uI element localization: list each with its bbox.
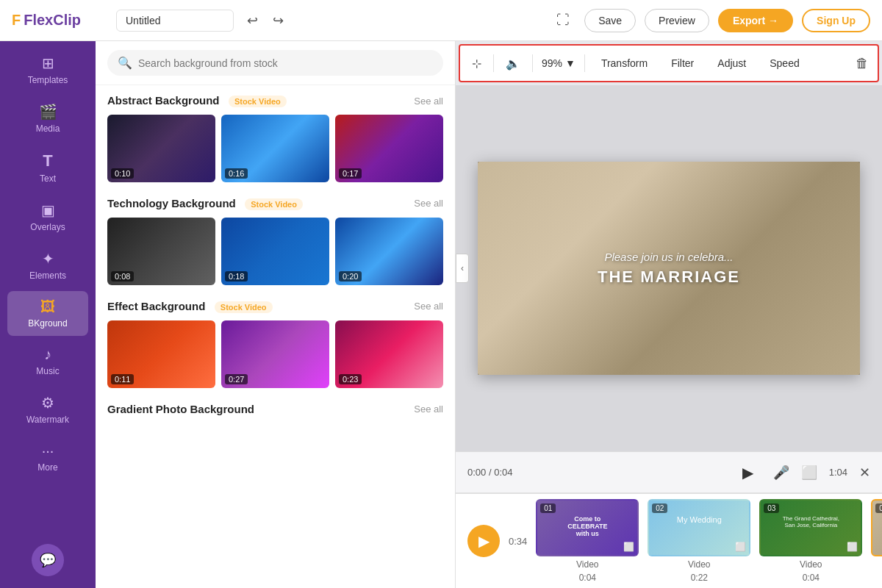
search-input[interactable] <box>138 57 433 69</box>
section-title: Gradient Photo Background <box>107 403 254 415</box>
section-header: Abstract Background Stock Video See all <box>107 94 443 107</box>
signup-button[interactable]: Sign Up <box>802 9 870 32</box>
section-abstract: Abstract Background Stock Video See all … <box>107 94 443 182</box>
clip-thumbnail: 01 Come toCELEBRATEwith us ⬜ <box>536 499 639 556</box>
timeline-clip-1[interactable]: 01 Come toCELEBRATEwith us ⬜ Video 0:04 <box>536 499 639 583</box>
export-button[interactable]: Export → <box>718 9 793 32</box>
sidebar-item-elements[interactable]: ✦ Elements <box>7 243 88 288</box>
chat-button[interactable]: 💬 <box>32 544 64 576</box>
see-all-link[interactable]: See all <box>414 404 443 415</box>
sidebar-item-overlays[interactable]: ▣ Overlays <box>7 194 88 240</box>
section-technology: Technology Background Stock Video See al… <box>107 197 443 285</box>
video-thumb[interactable]: 0:16 <box>221 115 329 182</box>
text-icon: T <box>43 151 52 171</box>
redo-button[interactable]: ↪ <box>268 10 288 32</box>
video-thumb[interactable]: 0:27 <box>221 320 329 388</box>
see-all-link[interactable]: See all <box>414 198 443 209</box>
sidebar-item-label: Elements <box>29 270 66 281</box>
section-title: Technology Background <box>107 197 236 209</box>
sidebar-item-bkground[interactable]: 🖼 BKground <box>7 291 88 336</box>
close-icon[interactable]: ✕ <box>859 465 870 481</box>
zoom-control[interactable]: 99% ▼ <box>542 57 576 69</box>
thumb-duration: 0:11 <box>111 374 134 384</box>
section-gradient: Gradient Photo Background See all <box>107 403 443 416</box>
section-title-row: Technology Background Stock Video <box>107 197 303 210</box>
video-thumb[interactable]: 0:23 <box>335 320 443 388</box>
effect-video-grid: 0:11 0:27 0:23 <box>107 320 443 388</box>
sidebar-item-text[interactable]: T Text <box>7 144 88 191</box>
logo: F FlexClip <box>12 12 107 29</box>
stock-badge: Stock Video <box>245 198 303 210</box>
video-thumb[interactable]: 0:11 <box>107 320 215 388</box>
thumb-duration: 0:08 <box>111 271 134 282</box>
zoom-value: 99% <box>542 57 562 69</box>
undo-redo-group: ↩ ↪ <box>243 10 288 32</box>
caption-icon[interactable]: ⬜ <box>801 465 817 481</box>
section-header: Effect Background Stock Video See all <box>107 300 443 313</box>
see-all-link[interactable]: See all <box>414 96 443 107</box>
collapse-panel-button[interactable]: ‹ <box>456 254 469 283</box>
preview-button[interactable]: Preview <box>645 9 709 32</box>
sidebar-item-music[interactable]: ♪ Music <box>7 339 88 384</box>
search-area: 🔍 <box>96 41 455 85</box>
main-layout: ⊞ Templates 🎬 Media T Text ▣ Overlays ✦ … <box>0 41 882 588</box>
sidebar-item-label: More <box>37 462 57 473</box>
timeline-total-time: 0:34 <box>509 536 527 547</box>
clip-number: 01 <box>540 503 556 513</box>
panel-content: Abstract Background Stock Video See all … <box>96 85 455 588</box>
transform-button[interactable]: Transform <box>594 53 655 74</box>
speed-button[interactable]: Speed <box>762 53 806 74</box>
project-title-input[interactable] <box>116 10 234 32</box>
clip-duration: 0:22 <box>691 573 708 583</box>
thumb-duration: 0:20 <box>339 271 362 282</box>
position-icon[interactable]: ⊹ <box>469 54 484 74</box>
thumb-duration: 0:18 <box>225 271 248 282</box>
clip-number: 02 <box>652 503 667 513</box>
sidebar-item-label: Music <box>36 366 59 376</box>
play-button[interactable]: ▶ <box>735 459 761 486</box>
sidebar-item-label: BKground <box>28 318 67 329</box>
right-panel: ⊹ 🔈 99% ▼ Transform Filter Adjust Speed … <box>456 41 882 588</box>
save-button[interactable]: Save <box>584 9 636 32</box>
adjust-button[interactable]: Adjust <box>710 53 753 74</box>
sidebar-item-media[interactable]: 🎬 Media <box>7 96 88 141</box>
video-thumb[interactable]: 0:08 <box>107 218 215 285</box>
video-thumb[interactable]: 0:20 <box>335 218 443 285</box>
divider <box>532 54 533 72</box>
background-panel: 🔍 Abstract Background Stock Video See al… <box>96 41 456 588</box>
timeline-clip-4[interactable]: 04 Video 0:04 <box>871 499 882 583</box>
fullscreen-button[interactable]: ⛶ <box>551 10 576 31</box>
video-thumb[interactable]: 0:10 <box>107 115 215 182</box>
timeline-play-button[interactable]: ▶ <box>467 525 500 557</box>
clip-type-icon: ⬜ <box>735 542 746 552</box>
sidebar-item-label: Text <box>40 173 56 184</box>
see-all-link[interactable]: See all <box>414 301 443 312</box>
music-icon: ♪ <box>44 346 51 363</box>
thumb-duration: 0:17 <box>339 168 362 179</box>
timeline-clip-3[interactable]: 03 The Grand Cathedral,San Jose, Califor… <box>759 499 862 583</box>
sidebar-item-more[interactable]: ··· More <box>7 435 88 480</box>
watermark-icon: ⚙ <box>41 394 54 412</box>
logo-text: FlexClip <box>24 12 81 29</box>
section-effect: Effect Background Stock Video See all 0:… <box>107 300 443 388</box>
stock-badge: Stock Video <box>215 301 273 313</box>
sidebar-item-watermark[interactable]: ⚙ Watermark <box>7 387 88 432</box>
duration-display: 1:04 <box>829 467 847 478</box>
section-header: Gradient Photo Background See all <box>107 403 443 416</box>
templates-icon: ⊞ <box>42 54 54 72</box>
thumb-duration: 0:16 <box>225 168 248 179</box>
sidebar: ⊞ Templates 🎬 Media T Text ▣ Overlays ✦ … <box>0 41 96 588</box>
volume-icon[interactable]: 🔈 <box>503 54 523 74</box>
video-text-overlay: Please join us in celebra... THE MARRIAG… <box>598 251 740 287</box>
microphone-icon[interactable]: 🎤 <box>773 465 789 481</box>
undo-button[interactable]: ↩ <box>243 10 262 32</box>
timeline: ▶ 0:34 01 Come toCELEBRATEwith us ⬜ Vide… <box>456 492 882 588</box>
video-thumb[interactable]: 0:18 <box>221 218 329 285</box>
filter-button[interactable]: Filter <box>664 53 701 74</box>
video-thumb[interactable]: 0:17 <box>335 115 443 182</box>
delete-icon[interactable]: 🗑 <box>856 56 869 71</box>
clip-number: 04 <box>875 503 882 513</box>
stock-badge: Stock Video <box>229 96 287 107</box>
timeline-clip-2[interactable]: 02 My Wedding ⬜ Video 0:22 <box>648 499 750 583</box>
sidebar-item-templates[interactable]: ⊞ Templates <box>7 47 88 93</box>
